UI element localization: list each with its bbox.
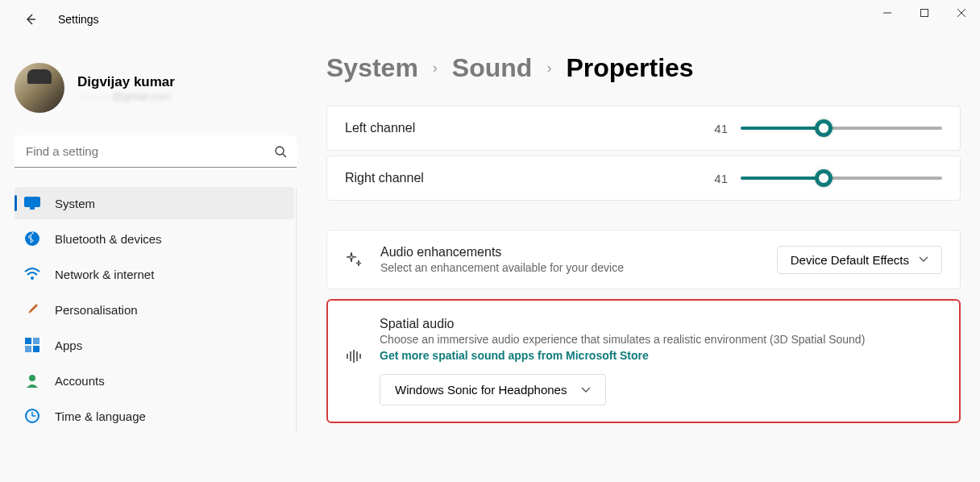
person-icon xyxy=(24,372,40,389)
back-button[interactable] xyxy=(15,3,47,35)
search-input[interactable] xyxy=(15,135,297,168)
sidebar-item-apps[interactable]: Apps xyxy=(15,329,294,361)
nav-list: System Bluetooth & devices Network & int… xyxy=(15,187,297,432)
sidebar-item-time[interactable]: Time & language xyxy=(15,400,294,432)
right-channel-label: Right channel xyxy=(345,171,424,185)
minimize-button[interactable] xyxy=(869,0,906,26)
svg-rect-13 xyxy=(33,346,39,352)
svg-rect-7 xyxy=(30,207,35,210)
sidebar-item-personalisation[interactable]: Personalisation xyxy=(15,293,294,326)
clock-icon xyxy=(24,408,40,424)
breadcrumb-sound[interactable]: Sound xyxy=(452,53,533,83)
breadcrumb: System › Sound › Properties xyxy=(326,53,961,83)
svg-point-9 xyxy=(31,276,34,280)
sidebar-item-system[interactable]: System xyxy=(15,187,294,219)
sidebar-item-label: Bluetooth & devices xyxy=(55,232,162,246)
left-channel-label: Left channel xyxy=(345,121,415,135)
spatial-audio-card: Spatial audio Choose an immersive audio … xyxy=(326,299,961,423)
breadcrumb-properties: Properties xyxy=(566,53,693,83)
sidebar-item-label: Personalisation xyxy=(55,303,138,317)
left-channel-slider[interactable] xyxy=(741,127,942,130)
chevron-down-icon xyxy=(919,256,928,263)
svg-rect-12 xyxy=(25,346,31,352)
svg-line-5 xyxy=(283,154,286,157)
sidebar-item-label: System xyxy=(55,197,95,210)
sidebar-item-network[interactable]: Network & internet xyxy=(15,258,294,290)
svg-rect-1 xyxy=(921,10,928,17)
apps-icon xyxy=(24,337,40,353)
sidebar-item-label: Network & internet xyxy=(55,268,154,281)
wifi-icon xyxy=(24,266,40,282)
sidebar-item-label: Time & language xyxy=(55,409,146,423)
spatial-sub: Choose an immersive audio experience tha… xyxy=(380,333,941,346)
enhance-sub: Select an enhancement available for your… xyxy=(380,261,759,274)
svg-point-4 xyxy=(276,147,284,155)
spatial-dropdown[interactable]: Windows Sonic for Headphones xyxy=(380,374,606,405)
search-icon xyxy=(274,145,287,158)
sidebar-item-accounts[interactable]: Accounts xyxy=(15,364,294,397)
close-icon xyxy=(957,8,966,18)
profile-block[interactable]: Digvijay kumar ············@gmail.com xyxy=(15,63,297,113)
enhance-dropdown[interactable]: Device Default Effects xyxy=(777,246,942,274)
svg-rect-6 xyxy=(24,197,40,207)
sparkle-icon xyxy=(345,251,363,268)
svg-rect-11 xyxy=(33,338,39,344)
sidebar-item-label: Accounts xyxy=(55,374,105,388)
search-container xyxy=(15,135,297,168)
profile-email: ············@gmail.com xyxy=(77,90,175,102)
chevron-right-icon: › xyxy=(546,60,551,77)
waveform-icon xyxy=(346,349,362,365)
minimize-icon xyxy=(882,8,892,18)
sidebar-item-label: Apps xyxy=(55,339,82,352)
right-channel-card: Right channel 41 xyxy=(326,156,961,201)
spatial-selected: Windows Sonic for Headphones xyxy=(395,383,567,397)
audio-enhancements-card: Audio enhancements Select an enhancement… xyxy=(326,230,961,289)
avatar xyxy=(15,63,64,113)
svg-point-14 xyxy=(29,375,35,381)
breadcrumb-system[interactable]: System xyxy=(326,53,418,83)
chevron-down-icon xyxy=(581,387,591,393)
right-channel-slider[interactable] xyxy=(741,177,942,180)
enhance-selected: Device Default Effects xyxy=(791,253,909,267)
maximize-button[interactable] xyxy=(906,0,943,26)
spatial-title: Spatial audio xyxy=(380,317,941,331)
bluetooth-icon xyxy=(24,231,40,247)
spatial-store-link[interactable]: Get more spatial sound apps from Microso… xyxy=(380,349,649,362)
chevron-right-icon: › xyxy=(433,60,438,77)
left-channel-card: Left channel 41 xyxy=(326,106,961,151)
back-arrow-icon xyxy=(24,13,37,26)
enhance-title: Audio enhancements xyxy=(380,245,759,260)
app-title: Settings xyxy=(58,13,99,26)
left-channel-value: 41 xyxy=(714,122,728,135)
svg-rect-10 xyxy=(25,338,31,344)
right-channel-value: 41 xyxy=(714,172,728,185)
monitor-icon xyxy=(24,195,40,211)
profile-name: Digvijay kumar xyxy=(77,74,175,90)
maximize-icon xyxy=(920,8,929,18)
close-button[interactable] xyxy=(943,0,980,26)
sidebar-item-bluetooth[interactable]: Bluetooth & devices xyxy=(15,222,294,255)
brush-icon xyxy=(24,301,40,318)
